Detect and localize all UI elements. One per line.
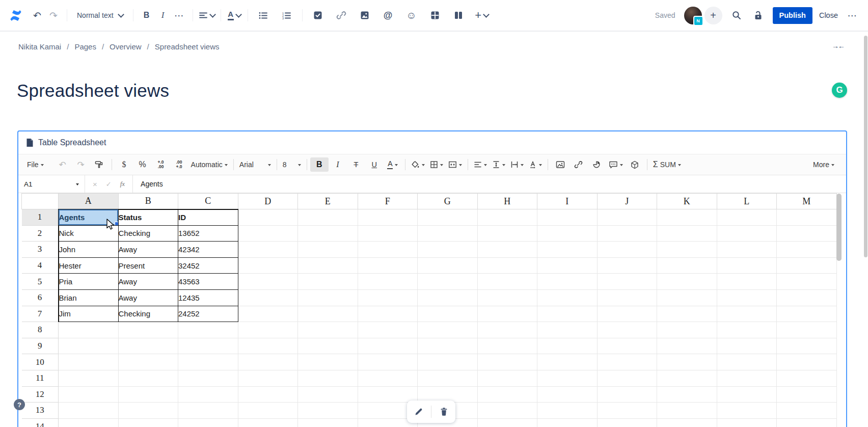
cell-I12[interactable] bbox=[537, 386, 598, 403]
task-list-button[interactable] bbox=[310, 7, 326, 23]
cell-H1[interactable] bbox=[477, 209, 537, 226]
data-types-button[interactable] bbox=[626, 157, 644, 172]
cell-I7[interactable] bbox=[537, 306, 598, 322]
cell-F2[interactable] bbox=[358, 225, 418, 242]
cell-D13[interactable] bbox=[238, 403, 298, 419]
cell-F3[interactable] bbox=[358, 242, 418, 258]
cell-I2[interactable] bbox=[537, 225, 598, 242]
cell-F11[interactable] bbox=[358, 370, 418, 386]
cell-J14[interactable] bbox=[597, 418, 657, 427]
cell-E1[interactable] bbox=[298, 209, 358, 226]
cell-A7[interactable]: Jim bbox=[59, 306, 119, 322]
cell-H11[interactable] bbox=[477, 370, 537, 386]
cell-G5[interactable] bbox=[418, 274, 478, 290]
cell-E2[interactable] bbox=[298, 225, 358, 242]
ss-underline-button[interactable]: U bbox=[365, 157, 384, 172]
cell-K5[interactable] bbox=[657, 274, 717, 290]
alignment-dropdown[interactable] bbox=[199, 7, 215, 23]
column-header-H[interactable]: H bbox=[477, 194, 537, 209]
breadcrumb-overview[interactable]: Overview bbox=[110, 42, 142, 51]
row-header-9[interactable]: 9 bbox=[22, 338, 59, 354]
cell-I4[interactable] bbox=[537, 257, 598, 274]
mention-button[interactable]: @ bbox=[381, 7, 396, 23]
cell-L13[interactable] bbox=[717, 403, 777, 419]
cell-M3[interactable] bbox=[777, 242, 837, 258]
paint-format-button[interactable] bbox=[90, 157, 108, 172]
cell-A3[interactable]: John bbox=[59, 242, 119, 258]
ss-italic-button[interactable]: I bbox=[329, 157, 347, 172]
function-icon[interactable]: fx bbox=[120, 180, 125, 188]
column-header-M[interactable]: M bbox=[777, 194, 837, 209]
cell-F5[interactable] bbox=[358, 274, 418, 290]
cell-C9[interactable] bbox=[178, 338, 238, 354]
close-button[interactable]: Close bbox=[819, 11, 838, 19]
cell-I8[interactable] bbox=[537, 322, 598, 338]
cell-D14[interactable] bbox=[238, 418, 298, 427]
cell-C6[interactable]: 12435 bbox=[178, 289, 238, 306]
cell-K10[interactable] bbox=[657, 354, 717, 370]
column-header-K[interactable]: K bbox=[657, 194, 717, 209]
breadcrumb-current-page[interactable]: Spreadsheet views bbox=[155, 42, 220, 51]
cell-I6[interactable] bbox=[537, 289, 598, 306]
cell-K11[interactable] bbox=[657, 370, 717, 386]
cell-K14[interactable] bbox=[657, 418, 717, 427]
column-header-L[interactable]: L bbox=[717, 194, 777, 209]
row-header-10[interactable]: 10 bbox=[22, 354, 59, 370]
cell-B6[interactable]: Away bbox=[118, 289, 178, 306]
cell-I9[interactable] bbox=[537, 338, 598, 354]
cell-D1[interactable] bbox=[238, 209, 298, 226]
row-header-13[interactable]: 13 bbox=[22, 403, 59, 419]
cell-F7[interactable] bbox=[358, 306, 418, 322]
currency-format-button[interactable]: $ bbox=[115, 157, 133, 172]
insert-image-button[interactable] bbox=[357, 7, 372, 23]
cell-F12[interactable] bbox=[358, 386, 418, 403]
row-header-2[interactable]: 2 bbox=[22, 225, 59, 242]
cell-E12[interactable] bbox=[298, 386, 358, 403]
italic-button[interactable]: I bbox=[155, 7, 171, 23]
cell-I5[interactable] bbox=[537, 274, 598, 290]
confirm-entry-icon[interactable]: ✓ bbox=[106, 180, 112, 188]
cell-J8[interactable] bbox=[597, 322, 657, 338]
selection-fill-handle[interactable] bbox=[115, 222, 119, 226]
column-header-F[interactable]: F bbox=[358, 194, 418, 209]
column-header-E[interactable]: E bbox=[298, 194, 358, 209]
cell-E5[interactable] bbox=[298, 274, 358, 290]
help-button[interactable]: ? bbox=[14, 399, 25, 410]
cell-G1[interactable] bbox=[418, 209, 478, 226]
cell-H2[interactable] bbox=[477, 225, 537, 242]
cell-M2[interactable] bbox=[777, 225, 837, 242]
insert-image-cell-button[interactable] bbox=[551, 157, 569, 172]
cell-K4[interactable] bbox=[657, 257, 717, 274]
cell-F9[interactable] bbox=[358, 338, 418, 354]
cell-B14[interactable] bbox=[118, 418, 178, 427]
layouts-button[interactable] bbox=[451, 7, 466, 23]
page-scrollbar[interactable] bbox=[864, 36, 867, 257]
cell-L12[interactable] bbox=[717, 386, 777, 403]
font-size-dropdown[interactable]: 8 bbox=[280, 157, 304, 172]
insert-chart-button[interactable] bbox=[588, 157, 606, 172]
bullet-list-button[interactable] bbox=[256, 7, 271, 23]
cell-H13[interactable] bbox=[477, 403, 537, 419]
row-header-14[interactable]: 14 bbox=[22, 418, 59, 427]
cell-D10[interactable] bbox=[238, 354, 298, 370]
ss-more-dropdown[interactable]: More bbox=[810, 157, 837, 172]
cell-M4[interactable] bbox=[777, 257, 837, 274]
increase-decimals-button[interactable]: +.0.00 bbox=[152, 157, 170, 172]
search-button[interactable] bbox=[729, 7, 744, 23]
cell-C14[interactable] bbox=[178, 418, 238, 427]
cell-I3[interactable] bbox=[537, 242, 598, 258]
user-avatar[interactable]: N bbox=[684, 7, 702, 24]
cell-G10[interactable] bbox=[418, 354, 478, 370]
cell-K13[interactable] bbox=[657, 403, 717, 419]
cell-H9[interactable] bbox=[477, 338, 537, 354]
cell-L6[interactable] bbox=[717, 289, 777, 306]
number-format-dropdown[interactable]: Automatic bbox=[188, 157, 230, 172]
cell-I14[interactable] bbox=[537, 418, 598, 427]
invite-button[interactable]: + bbox=[704, 7, 722, 24]
column-header-A[interactable]: A bbox=[59, 194, 119, 209]
cell-C11[interactable] bbox=[178, 370, 238, 386]
cell-H8[interactable] bbox=[477, 322, 537, 338]
row-header-8[interactable]: 8 bbox=[22, 322, 59, 338]
row-header-1[interactable]: 1 bbox=[22, 209, 59, 226]
cell-G3[interactable] bbox=[418, 242, 478, 258]
